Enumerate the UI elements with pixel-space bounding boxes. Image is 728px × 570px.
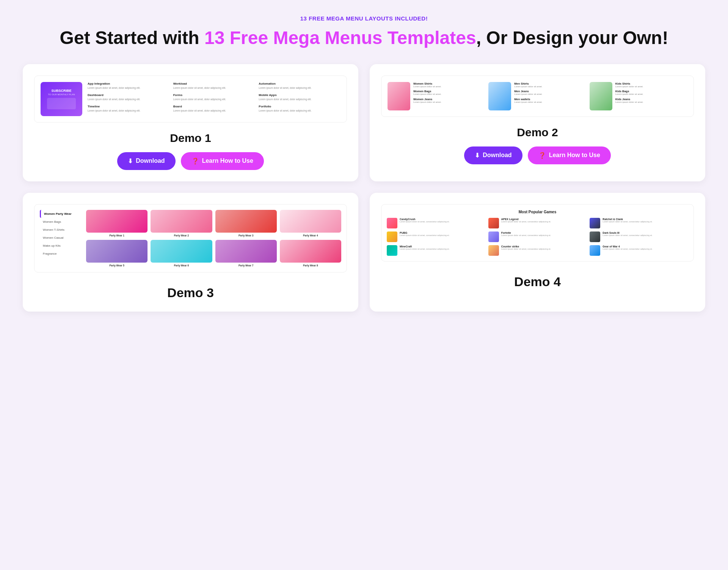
game-text: Lorem ipsum dolor sit amet, consectetur …	[501, 234, 551, 237]
demo4-title: Demo 4	[514, 274, 561, 289]
demo3-sidebar-item-fragrance[interactable]: Fragrance	[40, 250, 82, 258]
page-header: 13 FREE MEGA MENU LAYOUTS INCLUDED! Get …	[23, 15, 705, 49]
demo4-item: Gear of War 4 Lorem ipsum dolor sit amet…	[590, 245, 688, 256]
demo3-sidebar-item-bags[interactable]: Women Bags	[40, 218, 82, 226]
game-text: Lorem ipsum dolor sit amet, consectetur …	[400, 248, 449, 250]
game-name: Gear of War 4	[602, 245, 652, 248]
demo3-item-label: Party Wear 4	[303, 234, 318, 237]
demo2-download-button[interactable]: ⬇ Download	[464, 146, 522, 164]
demo2-title: Demo 2	[517, 126, 558, 139]
demo2-col-kids: Kids Shirts Lorem ipsum dolor sit amet. …	[590, 82, 687, 110]
demo1-col-heading: App Integration	[88, 82, 169, 85]
demo4-item: APEX Legend Lorem ipsum dolor sit amet, …	[488, 218, 587, 228]
demo1-col-item: Dashboard Lorem ipsum dolor sit amet, do…	[88, 93, 169, 101]
demo3-sidebar-item-makeup[interactable]: Make-up Kits	[40, 242, 82, 250]
demo2-learn-label: Learn How to Use	[549, 152, 600, 159]
demo3-item-label: Party Wear 7	[238, 264, 253, 267]
game-name: Dark Souls III	[602, 231, 652, 234]
demo4-item: Fortnite Lorem ipsum dolor sit amet, con…	[488, 231, 587, 242]
demo2-preview: Women Shirts Lorem ipsum dolor sit amet.…	[381, 76, 694, 117]
title-end: , Or Design your Own!	[476, 28, 668, 48]
demo1-learn-button[interactable]: ❓ Learn How to Use	[181, 152, 264, 170]
demo1-col-text: Lorem ipsum dolor sit amet, dolor adipis…	[173, 109, 255, 112]
demo1-card: SUBSCRIBE TO OUR MONTHLY PLAN App Integr…	[23, 64, 358, 181]
demo2-item: Women Jeans Lorem ipsum dolor sit amet.	[413, 98, 441, 104]
demo3-item-label: Party Wear 8	[303, 264, 318, 267]
demo1-col-item: Forms Lorem ipsum dolor sit amet, dolor …	[173, 93, 255, 101]
demo1-col-heading: Forms	[173, 93, 255, 97]
demo1-image-sub: TO OUR MONTHLY PLAN	[48, 93, 75, 96]
demo3-thumb	[215, 210, 277, 233]
demo-bottom-grid: Women Party Wear Women Bags Women T-Shir…	[23, 193, 705, 312]
demo2-item: Men Jeans Lorem ipsum dolor sit amet.	[514, 90, 542, 96]
game-name: MineCraft	[400, 245, 449, 248]
demo1-col-heading: Dashboard	[88, 93, 169, 97]
demo3-sidebar-item-tshirts[interactable]: Women T-Shirts	[40, 226, 82, 234]
demo1-col-heading: Portfolio	[259, 105, 340, 108]
demo4-preview-title: Most Popular Games	[387, 210, 688, 214]
demo2-btn-row: ⬇ Download ❓ Learn How to Use	[464, 146, 611, 164]
game-name: Counter strike	[501, 245, 551, 248]
demo2-kids-image	[590, 82, 612, 110]
demo3-item-label: Party Wear 5	[109, 264, 124, 267]
demo2-item: Women Bags Lorem ipsum dolor sit amet.	[413, 90, 441, 96]
demo4-preview: Most Popular Games CandyCrush Lorem ipsu…	[381, 204, 694, 261]
game-thumb	[387, 218, 397, 228]
download-icon: ⬇	[475, 152, 480, 159]
demo4-item: Ratchet & Clank Lorem ipsum dolor sit am…	[590, 218, 688, 228]
demo1-col-text: Lorem ipsum dolor sit amet, dolor adipis…	[259, 109, 340, 112]
demo2-learn-button[interactable]: ❓ Learn How to Use	[528, 146, 611, 164]
demo3-title: Demo 3	[167, 285, 214, 300]
demo1-col-text: Lorem ipsum dolor sit amet, dolor adipis…	[88, 109, 169, 112]
demo3-item: Party Wear 1	[86, 210, 147, 237]
demo3-sidebar-item-party-wear[interactable]: Women Party Wear	[40, 210, 82, 218]
demo1-col-text: Lorem ipsum dolor sit amet, dolor adipis…	[173, 87, 255, 90]
demo3-item-label: Party Wear 6	[174, 264, 189, 267]
demo1-download-button[interactable]: ⬇ Download	[117, 152, 175, 170]
demo1-col-item: Timeline Lorem ipsum dolor sit amet, dol…	[88, 105, 169, 112]
demo3-thumb	[151, 240, 212, 263]
demo1-col-text: Lorem ipsum dolor sit amet, dolor adipis…	[88, 98, 169, 101]
demo3-item: Party Wear 3	[215, 210, 277, 237]
header-title: Get Started with 13 Free Mega Menus Temp…	[23, 27, 705, 49]
demo1-col-heading: Automation	[259, 82, 340, 85]
demo3-preview: Women Party Wear Women Bags Women T-Shir…	[34, 204, 347, 272]
demo3-sidebar-item-casual[interactable]: Women Casual	[40, 234, 82, 242]
demo2-item: Kids Bags Lorem ipsum dolor sit amet.	[615, 90, 643, 96]
demo1-col-item: Board Lorem ipsum dolor sit amet, dolor …	[173, 105, 255, 112]
demo2-item: Men Shirts Lorem ipsum dolor sit amet.	[514, 82, 542, 88]
game-name: CandyCrush	[400, 218, 449, 220]
demo3-thumb	[215, 240, 277, 263]
game-thumb	[387, 245, 397, 256]
demo3-item: Party Wear 5	[86, 240, 147, 267]
demo1-col-text: Lorem ipsum dolor sit amet, dolor adipis…	[88, 87, 169, 90]
title-start: Get Started with	[60, 28, 204, 48]
game-text: Lorem ipsum dolor sit amet, consectetur …	[400, 220, 449, 223]
game-thumb	[488, 218, 499, 228]
game-text: Lorem ipsum dolor sit amet, consectetur …	[602, 234, 652, 237]
game-thumb	[387, 231, 397, 242]
demo1-col-item: Automation Lorem ipsum dolor sit amet, d…	[259, 82, 340, 90]
demo1-col-item: App Integration Lorem ipsum dolor sit am…	[88, 82, 169, 90]
demo1-col-item: Portfolio Lorem ipsum dolor sit amet, do…	[259, 105, 340, 112]
game-name: PUBG	[400, 231, 449, 234]
demo1-image: SUBSCRIBE TO OUR MONTHLY PLAN	[41, 82, 82, 116]
demo1-col-heading: Timeline	[88, 105, 169, 108]
demo1-col-heading: Mobile Apps	[259, 93, 340, 97]
download-icon: ⬇	[128, 157, 133, 165]
demo1-col-item: Mobile Apps Lorem ipsum dolor sit amet, …	[259, 93, 340, 101]
question-icon: ❓	[191, 157, 199, 165]
demo2-men-image	[488, 82, 511, 110]
game-thumb	[488, 231, 499, 242]
demo3-thumb	[280, 240, 341, 263]
demo4-grid: CandyCrush Lorem ipsum dolor sit amet, c…	[387, 218, 688, 256]
demo4-card: Most Popular Games CandyCrush Lorem ipsu…	[370, 193, 705, 312]
demo1-preview: SUBSCRIBE TO OUR MONTHLY PLAN App Integr…	[34, 76, 347, 123]
question-icon: ❓	[538, 152, 546, 159]
demo1-col-text: Lorem ipsum dolor sit amet, dolor adipis…	[173, 98, 255, 101]
demo1-image-label: SUBSCRIBE	[51, 89, 71, 93]
demo1-learn-label: Learn How to Use	[202, 157, 253, 164]
demo3-item-label: Party Wear 3	[238, 234, 253, 237]
demo3-thumb	[86, 240, 147, 263]
demo3-item-label: Party Wear 1	[109, 234, 124, 237]
